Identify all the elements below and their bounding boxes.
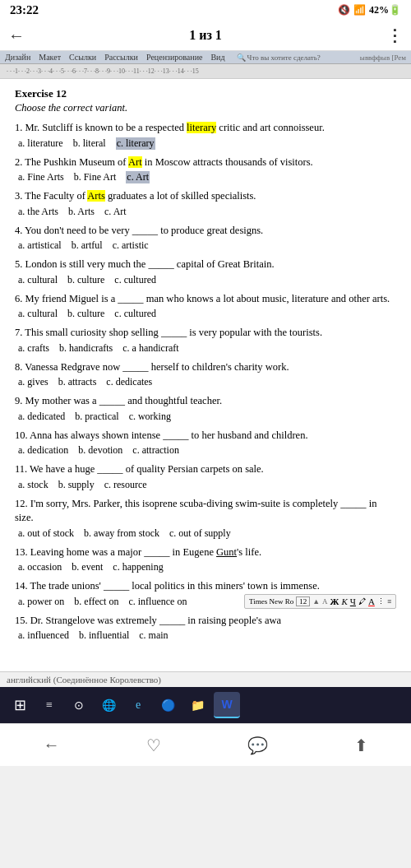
taskbar-folder[interactable]: 📁 [184, 692, 210, 718]
answer-c7: c. a handicraft [122, 342, 178, 355]
search-icon: 🔍 [237, 53, 246, 62]
answer-a15: a. influenced [18, 629, 69, 642]
answer-b2: b. Fine Art [74, 171, 117, 183]
answer-b4: b. artful [72, 239, 103, 252]
question-7: 7. This small curiosity shop selling ___… [15, 326, 396, 355]
answer-b7: b. handicrafts [59, 342, 113, 355]
answer-c4: c. artistic [113, 239, 149, 252]
taskbar-edge[interactable]: e [125, 692, 151, 718]
phone-nav: ← ♡ 💬 ⬆ [0, 723, 411, 766]
status-bar: 23:22 🔇 📶 42%🔋 [0, 0, 411, 21]
nav-heart-button[interactable]: ♡ [146, 736, 161, 755]
wifi-icon: 📶 [353, 4, 366, 16]
answer-b13: b. event [72, 561, 103, 573]
nav-comment-button[interactable]: 💬 [247, 736, 268, 755]
toolbar-review[interactable]: Рецензирование [146, 53, 202, 62]
answer-a14: a. power on [18, 596, 64, 608]
back-button[interactable]: ← [8, 26, 25, 45]
question-6: 6. My friend Miguel is a _____ man who k… [15, 292, 396, 321]
status-icons: 🔇 📶 42%🔋 [338, 4, 401, 16]
answer-a9: a. dedicated [18, 411, 65, 423]
back-arrow-icon: ← [44, 736, 60, 754]
mute-icon: 🔇 [338, 4, 350, 16]
language-label: английский (Соединённое Королевство) [7, 675, 161, 685]
taskbar-globe[interactable]: 🌐 [95, 692, 122, 718]
bold-button[interactable]: Ж [330, 596, 339, 606]
answer-a2: a. Fine Arts [18, 171, 64, 183]
nav-back-button[interactable]: ← [44, 736, 60, 754]
answer-b14: b. effect on [74, 596, 118, 608]
answer-a13: a. occasion [18, 561, 62, 573]
answer-a5: a. cultural [18, 274, 58, 286]
heart-icon: ♡ [146, 736, 161, 755]
answer-b6: b. culture [67, 308, 104, 320]
taskbar-word[interactable]: W [214, 692, 240, 718]
answer-c13: c. happening [113, 561, 163, 573]
question-13: 13. Leaving home was a major _____ in Eu… [15, 545, 396, 574]
question-10: 10. Anna has always shown intense _____ … [15, 429, 396, 457]
answer-a1: a. literature [18, 137, 63, 150]
answer-b12: b. away from stock [84, 527, 159, 540]
share-icon: ⬆ [354, 736, 368, 755]
answer-a11: a. stock [18, 479, 48, 491]
answer-c8: c. dedicates [106, 376, 152, 388]
font-selector[interactable]: Times New Ro [249, 597, 293, 606]
ruler: · · ·1· · ·2· · ·3· · ·4· · ·5· · ·6· · … [0, 64, 411, 79]
toolbar-search[interactable]: 🔍 Что вы хотите сделать? [237, 53, 321, 62]
font-color-button[interactable]: А [368, 596, 375, 606]
toolbar-view[interactable]: Вид [210, 53, 224, 62]
question-11: 11. We have a huge _____ of quality Pers… [15, 462, 396, 491]
answer-c2: c. Art [126, 171, 150, 183]
answer-b9: b. practical [75, 411, 118, 423]
highlight-button[interactable]: 🖍 [358, 597, 366, 606]
answer-a8: a. gives [18, 376, 48, 388]
question-2: 2. The Pushkin Museum of Art in Moscow a… [15, 155, 396, 184]
italic-button[interactable]: К [342, 596, 348, 606]
answer-a4: a. artistical [18, 239, 62, 252]
answer-b3: b. Arts [68, 206, 95, 218]
answer-c6: c. cultured [114, 308, 156, 320]
toolbar-mailing[interactable]: Рассылки [104, 53, 138, 62]
taskbar-browser[interactable]: 🔵 [155, 692, 181, 718]
answer-b10: b. devotion [78, 444, 122, 457]
answer-c15: c. main [139, 629, 168, 642]
comment-icon: 💬 [247, 736, 268, 755]
toolbar-extra: ыввффыв [Рем [360, 53, 406, 62]
document-area: Exercise 12 Choose the correct variant. … [0, 79, 411, 671]
answer-a7: a. crafts [18, 342, 49, 355]
question-1: 1. Mr. Sutcliff is known to be a respect… [15, 121, 396, 150]
taskbar-menu[interactable]: ≡ [36, 692, 62, 718]
clock: 23:22 [10, 3, 39, 17]
answer-c12: c. out of supply [169, 527, 231, 540]
nav-share-button[interactable]: ⬆ [354, 736, 368, 755]
underline-button[interactable]: Ч [350, 596, 356, 606]
answer-b1: b. literal [73, 137, 106, 150]
question-3: 3. The Faculty of Arts graduates a lot o… [15, 189, 396, 218]
taskbar-search[interactable]: ⊙ [66, 692, 92, 718]
taskbar: ⊞ ≡ ⊙ 🌐 e 🔵 📁 W [0, 687, 411, 723]
question-14: 14. The trade unions' _____ local politi… [15, 579, 396, 608]
highlighted-word: literary [187, 122, 216, 133]
question-5: 5. London is still very much the _____ c… [15, 258, 396, 286]
nav-bar: ← 1 из 1 ⋮ [0, 21, 411, 51]
instruction: Choose the correct variant. [15, 102, 396, 114]
menu-button[interactable]: ⋮ [386, 26, 403, 45]
answer-b11: b. supply [58, 479, 95, 491]
taskbar-windows[interactable]: ⊞ [7, 692, 33, 718]
toolbar-links[interactable]: Ссылки [69, 53, 96, 62]
answer-c10: c. attraction [132, 444, 179, 457]
answer-a12: a. out of stock [18, 527, 74, 540]
answer-c1: c. literary [116, 137, 155, 150]
answer-a6: a. cultural [18, 308, 58, 320]
font-size-selector[interactable]: 12 [296, 596, 310, 606]
question-12: 12. I'm sorry, Mrs. Parker, this isopren… [15, 497, 396, 540]
toolbar-design[interactable]: Дизайн [5, 53, 30, 62]
answer-c9: c. working [129, 411, 171, 423]
answer-c14: c. influence on [128, 596, 187, 608]
float-toolbar: Times New Ro 12 ▲ A Ж К Ч 🖍 А ⋮ ≡ [244, 594, 396, 609]
question-8: 8. Vanessa Redgrave now _____ herself to… [15, 360, 396, 389]
answer-b8: b. attracts [58, 376, 97, 388]
toolbar-layout[interactable]: Макет [39, 53, 61, 62]
question-4: 4. You don't need to be very _____ to pr… [15, 224, 396, 253]
document-title: 1 из 1 [31, 28, 380, 43]
